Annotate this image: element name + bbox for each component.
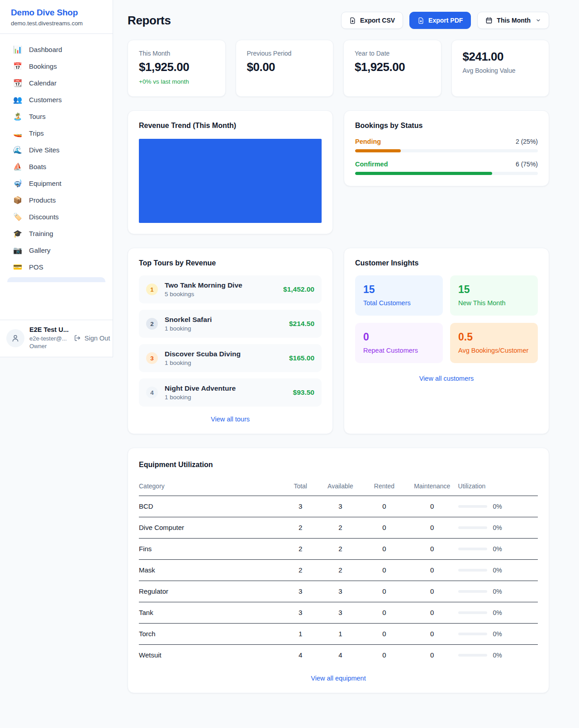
cell-maintenance: 0 <box>406 645 458 666</box>
sidebar-item-boats[interactable]: ⛵ Boats <box>5 158 107 175</box>
sidebar-item-equipment[interactable]: 🤿 Equipment <box>5 175 107 192</box>
sidebar-item-dashboard[interactable]: 📊 Dashboard <box>5 41 107 58</box>
cell-utilization: 0% <box>458 496 538 517</box>
view-all-equipment-link[interactable]: View all equipment <box>139 675 538 682</box>
sidebar-item-training[interactable]: 🎓 Training <box>5 225 107 242</box>
cell-utilization: 0% <box>458 581 538 602</box>
col-header-category: Category <box>139 478 283 496</box>
cell-total: 1 <box>283 624 318 645</box>
utilization-percent: 0% <box>493 630 502 638</box>
revenue-trend-card: Revenue Trend (This Month) <box>128 110 333 234</box>
sidebar-item-reports-partial[interactable] <box>7 277 105 282</box>
cell-category: Tank <box>139 602 283 624</box>
cell-category: Mask <box>139 560 283 581</box>
export-pdf-button[interactable]: Export PDF <box>409 12 471 29</box>
utilization-percent: 0% <box>493 545 502 553</box>
insight-value: 0 <box>363 331 435 343</box>
sidebar-item-customers[interactable]: 👥 Customers <box>5 91 107 108</box>
tour-name: Two Tank Morning Dive <box>165 281 242 289</box>
cell-available: 3 <box>318 602 362 624</box>
table-header-row: Category Total Available Rented Maintena… <box>139 478 538 496</box>
cell-rented: 0 <box>362 581 406 602</box>
stat-card-avg-booking-value: $241.00 Avg Booking Value <box>451 40 550 97</box>
export-csv-button[interactable]: Export CSV <box>341 12 403 29</box>
sidebar-item-label: Bookings <box>29 62 57 70</box>
sidebar-item-gallery[interactable]: 📷 Gallery <box>5 242 107 259</box>
cell-total: 2 <box>283 539 318 560</box>
tour-bookings: 1 booking <box>165 394 236 401</box>
export-csv-label: Export CSV <box>360 17 395 24</box>
cell-rented: 0 <box>362 539 406 560</box>
sidebar-item-label: Trips <box>29 129 44 137</box>
status-row-confirmed: Confirmed 6 (75%) <box>355 161 538 175</box>
rank-badge: 4 <box>146 387 158 398</box>
insight-value: 0.5 <box>458 331 530 343</box>
cell-category: Dive Computer <box>139 517 283 539</box>
col-header-maintenance: Maintenance <box>406 478 458 496</box>
view-all-customers-link[interactable]: View all customers <box>355 375 538 382</box>
calendar-icon: 📆 <box>13 80 23 87</box>
rank-badge: 2 <box>146 318 158 330</box>
tour-row: 4 Night Dive Adventure 1 booking $93.50 <box>139 378 322 407</box>
tour-amount: $214.50 <box>289 320 314 328</box>
top-tours-card: Top Tours by Revenue 1 Two Tank Morning … <box>128 248 333 434</box>
insight-label: New This Month <box>458 299 530 307</box>
status-value: 2 (25%) <box>516 138 538 145</box>
utilization-track <box>458 548 487 550</box>
sidebar-item-calendar[interactable]: 📆 Calendar <box>5 75 107 91</box>
period-dropdown[interactable]: This Month <box>477 12 549 29</box>
utilization-percent: 0% <box>493 609 502 616</box>
cell-available: 3 <box>318 496 362 517</box>
view-all-tours-link[interactable]: View all tours <box>139 416 322 423</box>
col-header-total: Total <box>283 478 318 496</box>
col-header-utilization: Utilization <box>458 478 538 496</box>
app-shell: Demo Dive Shop demo.test.divestreams.com… <box>0 0 579 711</box>
tour-name: Snorkel Safari <box>165 316 212 324</box>
stat-label: Previous Period <box>247 50 323 57</box>
sidebar-item-trips[interactable]: 🚤 Trips <box>5 125 107 142</box>
user-role: Owner <box>29 342 69 350</box>
cell-maintenance: 0 <box>406 560 458 581</box>
sidebar-item-pos[interactable]: 💳 POS <box>5 259 107 275</box>
sidebar-user-footer: E2E Test U... e2e-tester@... Owner Sign … <box>0 320 113 357</box>
cell-available: 1 <box>318 624 362 645</box>
insight-value: 15 <box>363 284 435 296</box>
stat-value: $241.00 <box>463 50 538 64</box>
sign-out-button[interactable]: Sign Out <box>74 334 110 342</box>
sidebar-item-label: POS <box>29 263 43 271</box>
sidebar-item-products[interactable]: 📦 Products <box>5 192 107 208</box>
stat-card-year-to-date: Year to Date $1,925.00 <box>343 40 441 97</box>
col-header-available: Available <box>318 478 362 496</box>
bookings-by-status-title: Bookings by Status <box>355 122 538 130</box>
speedboat-icon: 🚤 <box>13 130 23 137</box>
sidebar-item-discounts[interactable]: 🏷️ Discounts <box>5 208 107 225</box>
insight-grid: 15 Total Customers 15 New This Month 0 R… <box>355 275 538 363</box>
page-header: Reports Export CSV Export PDF <box>128 12 549 29</box>
sidebar-item-label: Discounts <box>29 213 59 221</box>
cell-total: 2 <box>283 560 318 581</box>
graduation-cap-icon: 🎓 <box>13 230 23 237</box>
sailboat-icon: ⛵ <box>13 163 23 170</box>
tour-amount: $165.00 <box>289 354 314 362</box>
cell-utilization: 0% <box>458 645 538 666</box>
sidebar-item-tours[interactable]: 🏝️ Tours <box>5 108 107 125</box>
bookings-calendar-icon: 📅 <box>13 63 23 70</box>
cell-total: 3 <box>283 581 318 602</box>
cell-total: 2 <box>283 517 318 539</box>
insight-tile-avg-bookings: 0.5 Avg Bookings/Customer <box>450 323 538 363</box>
revenue-trend-title: Revenue Trend (This Month) <box>139 122 322 130</box>
cell-total: 3 <box>283 602 318 624</box>
cell-available: 3 <box>318 581 362 602</box>
sidebar-item-label: Gallery <box>29 246 51 254</box>
tag-icon: 🏷️ <box>13 213 23 221</box>
sidebar-item-label: Tours <box>29 113 46 120</box>
sidebar-item-label: Products <box>29 196 56 204</box>
user-info: E2E Test U... e2e-tester@... Owner <box>29 326 69 350</box>
utilization-track <box>458 611 487 614</box>
stat-label: Avg Booking Value <box>463 67 538 74</box>
utilization-track <box>458 505 487 508</box>
sidebar-item-bookings[interactable]: 📅 Bookings <box>5 58 107 75</box>
tour-amount: $93.50 <box>293 388 314 397</box>
sidebar-item-dive-sites[interactable]: 🌊 Dive Sites <box>5 142 107 158</box>
cell-rented: 0 <box>362 645 406 666</box>
